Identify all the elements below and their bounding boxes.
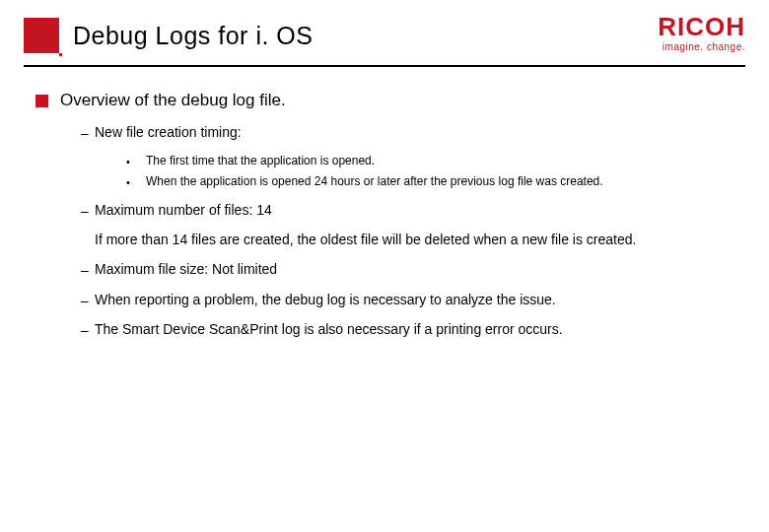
lvl2-text: The Smart Device Scan&Print log is also … bbox=[95, 321, 563, 337]
lvl2-text: New file creation timing: bbox=[95, 124, 242, 140]
title-block: Debug Logs for i. OS bbox=[24, 18, 313, 53]
title-square-icon bbox=[24, 18, 59, 53]
lvl2-text: Maximum number of files: 14 bbox=[95, 202, 272, 218]
slide: Debug Logs for i. OS RICOH imagine. chan… bbox=[0, 0, 769, 532]
bullet-lvl2: – New file creation timing: bbox=[35, 124, 734, 142]
lvl2-text: When reporting a problem, the debug log … bbox=[95, 292, 556, 307]
bullet-lvl2: – When reporting a problem, the debug lo… bbox=[35, 292, 734, 309]
lvl3-text: When the application is opened 24 hours … bbox=[146, 174, 603, 188]
square-bullet-icon bbox=[35, 95, 48, 107]
dot-bullet-icon: • bbox=[126, 174, 146, 191]
bullet-lvl2: – Maximum file size: Not limited bbox=[35, 261, 734, 279]
dash-bullet-icon: – bbox=[81, 321, 95, 339]
note-line: If more than 14 files are created, the o… bbox=[35, 232, 734, 247]
dash-bullet-icon: – bbox=[81, 261, 95, 279]
header: Debug Logs for i. OS RICOH imagine. chan… bbox=[24, 0, 745, 67]
bullet-lvl3: • The first time that the application is… bbox=[35, 154, 734, 170]
bullet-lvl1: Overview of the debug log file. bbox=[35, 91, 734, 110]
bullet-lvl2: – Maximum number of files: 14 bbox=[35, 202, 734, 220]
slide-title: Debug Logs for i. OS bbox=[73, 22, 313, 50]
content: Overview of the debug log file. – New fi… bbox=[0, 67, 769, 339]
logo-text: RICOH bbox=[658, 14, 745, 39]
bullet-lvl2: – The Smart Device Scan&Print log is als… bbox=[35, 321, 734, 339]
dash-bullet-icon: – bbox=[81, 292, 95, 309]
lvl2-text: Maximum file size: Not limited bbox=[95, 261, 277, 277]
dash-bullet-icon: – bbox=[81, 124, 95, 142]
lvl3-text: The first time that the application is o… bbox=[146, 154, 375, 167]
bullet-lvl3: • When the application is opened 24 hour… bbox=[35, 174, 734, 191]
lvl1-text: Overview of the debug log file. bbox=[60, 91, 286, 110]
ricoh-logo: RICOH imagine. change. bbox=[658, 14, 745, 52]
dot-bullet-icon: • bbox=[126, 154, 146, 170]
dash-bullet-icon: – bbox=[81, 202, 95, 220]
logo-tagline: imagine. change. bbox=[658, 41, 745, 52]
note-text: If more than 14 files are created, the o… bbox=[95, 232, 734, 247]
